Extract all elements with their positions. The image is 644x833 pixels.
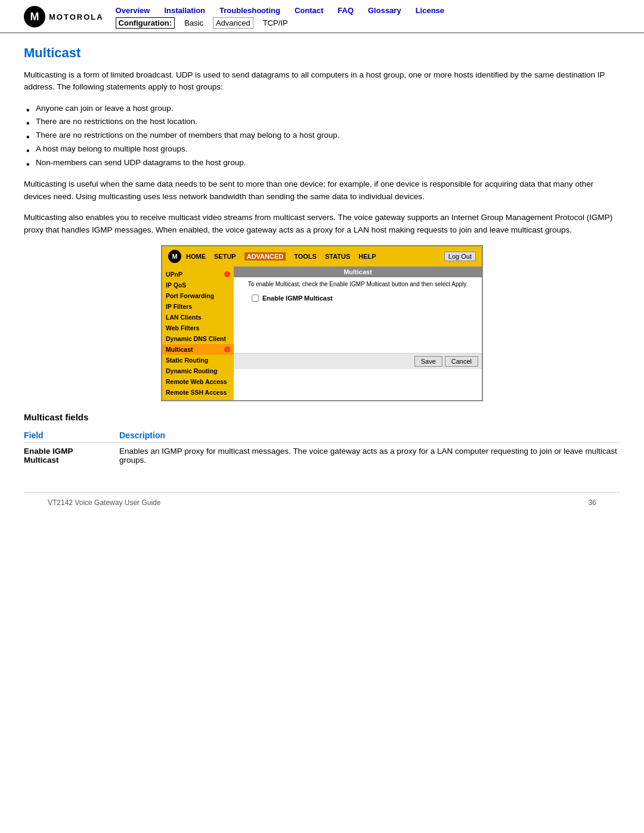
router-nav-setup[interactable]: SETUP: [214, 253, 236, 260]
list-item: There are no restrictions on the host lo…: [24, 115, 620, 129]
list-item: A host may belong to multiple host group…: [24, 143, 620, 156]
nav-license[interactable]: License: [416, 6, 444, 15]
router-checkbox-row: Enable IGMP Multicast: [234, 291, 482, 305]
router-sidebar-multicast[interactable]: Multicast: [162, 344, 234, 355]
nav-troubleshooting[interactable]: Troubleshooting: [219, 6, 280, 15]
router-body: UPnP IP QoS Port Forwarding IP Filters L…: [162, 267, 482, 400]
motorola-brand-text: MOTOROLA: [49, 13, 104, 21]
router-sidebar: UPnP IP QoS Port Forwarding IP Filters L…: [162, 267, 234, 400]
fields-col-description: Description: [119, 428, 620, 443]
footer-right-page-number: 36: [589, 498, 596, 507]
router-save-button[interactable]: Save: [414, 356, 442, 367]
router-sidebar-lanclients[interactable]: LAN Clients: [162, 312, 234, 323]
bullet-list: Anyone can join or leave a host group. T…: [24, 102, 620, 171]
list-item: There are no restrictions on the number …: [24, 129, 620, 143]
nav-overview[interactable]: Overview: [116, 6, 150, 15]
main-content: Multicast Multicasting is a form of limi…: [0, 33, 644, 525]
router-sidebar-dynamicdns[interactable]: Dynamic DNS Client: [162, 333, 234, 344]
body-paragraph-2: Multicasting also enables you to receive…: [24, 212, 620, 237]
router-nav-status[interactable]: STATUS: [325, 253, 350, 260]
router-logo-icon: M: [168, 250, 181, 263]
router-sidebar-ipqos[interactable]: IP QoS: [162, 280, 234, 290]
router-nav-advanced[interactable]: ADVANCED: [244, 252, 286, 261]
intro-paragraph: Multicasting is a form of limited broadc…: [24, 69, 620, 94]
config-label: Configuration:: [116, 17, 175, 29]
router-sidebar-webfilters[interactable]: Web Filters: [162, 323, 234, 333]
router-nav-tools[interactable]: TOOLS: [294, 253, 317, 260]
nav-contact[interactable]: Contact: [295, 6, 323, 15]
enable-igmp-label[interactable]: Enable IGMP Multicast: [262, 295, 333, 302]
list-item: Anyone can join or leave a host group.: [24, 102, 620, 116]
router-sidebar-ipfilters[interactable]: IP Filters: [162, 301, 234, 312]
field-name-enable-igmp: Enable IGMPMulticast: [24, 442, 119, 468]
router-panel-title: Multicast: [234, 267, 482, 277]
motorola-logo-icon: M: [24, 6, 45, 27]
upnp-dot-icon: [224, 271, 230, 277]
nav-links-area: Overview Installation Troubleshooting Co…: [116, 6, 620, 32]
logo-area: M MOTOROLA: [24, 6, 104, 32]
router-header: M HOME SETUP ADVANCED TOOLS STATUS HELP …: [162, 246, 482, 267]
router-nav-help[interactable]: HELP: [358, 253, 376, 260]
page-footer: VT2142 Voice Gateway User Guide 36: [24, 492, 620, 513]
nav-sub-tcpip[interactable]: TCP/IP: [263, 18, 288, 27]
nav-sub-basic[interactable]: Basic: [184, 18, 203, 27]
table-row: Enable IGMPMulticast Enables an IGMP pro…: [24, 442, 620, 468]
router-footer: Save Cancel: [234, 353, 482, 369]
fields-section: Multicast fields Field Description Enabl…: [24, 412, 620, 468]
router-sidebar-staticrouting[interactable]: Static Routing: [162, 355, 234, 366]
fields-table: Field Description Enable IGMPMulticast E…: [24, 428, 620, 468]
router-cancel-button[interactable]: Cancel: [445, 356, 478, 367]
nav-sub-advanced[interactable]: Advanced: [213, 17, 253, 29]
nav-row-primary: Overview Installation Troubleshooting Co…: [116, 6, 620, 15]
top-navigation: M MOTOROLA Overview Installation Trouble…: [0, 0, 644, 33]
router-sidebar-dynamicrouting[interactable]: Dynamic Routing: [162, 366, 234, 376]
field-desc-enable-igmp: Enables an IGMP proxy for multicast mess…: [119, 442, 620, 468]
router-sidebar-remotesshaccess[interactable]: Remote SSH Access: [162, 387, 234, 398]
fields-section-title: Multicast fields: [24, 412, 620, 422]
router-nav: HOME SETUP ADVANCED TOOLS STATUS HELP: [186, 252, 439, 261]
nav-faq[interactable]: FAQ: [338, 6, 354, 15]
list-item: Non-members can send UDP datagrams to th…: [24, 156, 620, 170]
body-paragraph-1: Multicasting is useful when the same dat…: [24, 178, 620, 203]
router-sidebar-remotewebaccess[interactable]: Remote Web Access: [162, 376, 234, 387]
router-ui-screenshot: M HOME SETUP ADVANCED TOOLS STATUS HELP …: [161, 245, 483, 401]
router-nav-home[interactable]: HOME: [186, 253, 206, 260]
nav-row-secondary: Configuration: Basic Advanced TCP/IP: [116, 17, 620, 29]
router-sidebar-upnp[interactable]: UPnP: [162, 269, 234, 280]
page-title: Multicast: [24, 45, 620, 61]
footer-left-text: VT2142 Voice Gateway User Guide: [48, 498, 160, 507]
router-logout-button[interactable]: Log Out: [444, 252, 476, 261]
enable-igmp-checkbox[interactable]: [252, 295, 259, 302]
nav-installation[interactable]: Installation: [164, 6, 205, 15]
multicast-dot-icon: [224, 346, 230, 352]
router-main-panel: Multicast To enable Multicast, check the…: [234, 267, 482, 400]
fields-col-field: Field: [24, 428, 119, 443]
router-sidebar-portforwarding[interactable]: Port Forwarding: [162, 290, 234, 301]
router-instruction-text: To enable Multicast, check the Enable IG…: [234, 277, 482, 291]
router-spacer: [234, 305, 482, 353]
nav-glossary[interactable]: Glossary: [368, 6, 401, 15]
